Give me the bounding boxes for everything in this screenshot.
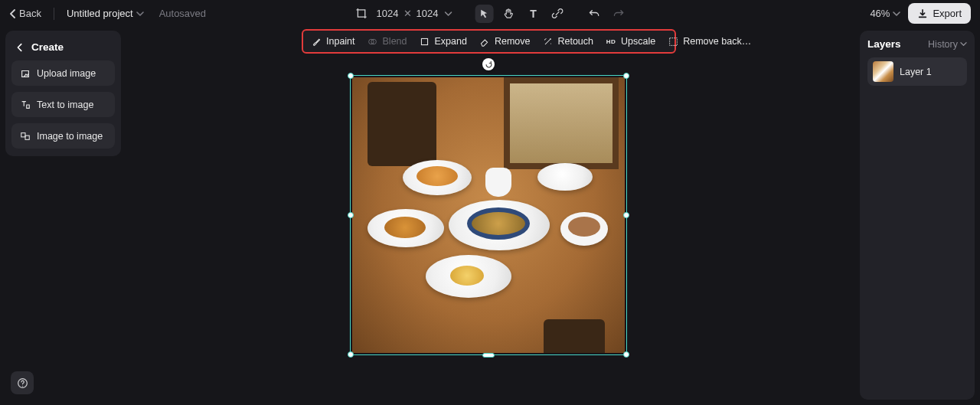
chevron-down-icon bbox=[444, 11, 452, 17]
blend-label: Blend bbox=[383, 36, 407, 47]
chevron-down-icon bbox=[893, 11, 900, 17]
divider bbox=[54, 8, 54, 20]
chevron-down-icon bbox=[960, 41, 967, 47]
layer-name: Layer 1 bbox=[900, 67, 932, 77]
crop-icon bbox=[355, 8, 367, 19]
fit-screen-button[interactable] bbox=[352, 5, 371, 23]
back-button[interactable]: Back bbox=[9, 8, 41, 19]
upload-label: Upload image bbox=[37, 68, 96, 79]
inpaint-label: Inpaint bbox=[326, 36, 355, 47]
svg-rect-4 bbox=[21, 132, 24, 136]
image-to-image-icon bbox=[19, 130, 31, 142]
blend-icon bbox=[368, 36, 378, 47]
times-icon: ✕ bbox=[403, 8, 412, 19]
resize-handle-tr[interactable] bbox=[623, 73, 629, 79]
resize-handle-bl[interactable] bbox=[348, 351, 354, 358]
layer-row[interactable]: Layer 1 bbox=[867, 57, 967, 86]
history-dropdown[interactable]: History bbox=[928, 39, 967, 50]
wand-icon bbox=[542, 36, 553, 47]
layer-thumbnail bbox=[873, 61, 893, 82]
link-icon bbox=[552, 8, 564, 19]
export-button[interactable]: Export bbox=[908, 3, 971, 24]
expand-icon bbox=[420, 36, 430, 47]
canvas-image[interactable] bbox=[352, 77, 625, 353]
project-title-dropdown[interactable]: Untitled project bbox=[67, 8, 144, 19]
select-tool-button[interactable] bbox=[475, 5, 493, 23]
text-to-image-label: Text to image bbox=[37, 100, 93, 110]
right-panel: Layers History Layer 1 bbox=[860, 31, 975, 400]
canvas-width: 1024 bbox=[377, 8, 399, 19]
zoom-dropdown[interactable]: 46% bbox=[870, 8, 900, 19]
canvas-height: 1024 bbox=[416, 8, 439, 19]
brush-icon bbox=[311, 36, 322, 47]
help-icon bbox=[17, 377, 28, 389]
autosave-status: Autosaved bbox=[159, 8, 206, 19]
hand-icon bbox=[503, 8, 514, 19]
image-to-image-button[interactable]: Image to image bbox=[11, 123, 115, 149]
pan-tool-button[interactable] bbox=[499, 5, 518, 23]
remove-label: Remove bbox=[495, 36, 531, 47]
remove-bg-label: Remove back… bbox=[683, 36, 751, 47]
create-title: Create bbox=[31, 41, 64, 53]
undo-button[interactable] bbox=[585, 5, 603, 23]
resize-handle-mr[interactable] bbox=[623, 212, 629, 218]
chevron-down-icon bbox=[136, 11, 144, 17]
retouch-button[interactable]: Retouch bbox=[542, 36, 593, 47]
zoom-label: 46% bbox=[870, 8, 890, 19]
text-to-image-icon bbox=[19, 99, 31, 110]
svg-rect-2 bbox=[421, 38, 427, 44]
selection-rectangle bbox=[350, 75, 627, 355]
redo-icon bbox=[613, 8, 625, 19]
layers-title: Layers bbox=[867, 38, 901, 50]
text-tool-button[interactable]: T bbox=[524, 5, 542, 23]
resize-handle-bm[interactable] bbox=[482, 353, 495, 358]
create-heading: Create bbox=[15, 41, 112, 53]
rotate-icon bbox=[485, 60, 493, 69]
resize-handle-ml[interactable] bbox=[348, 212, 354, 218]
link-tool-button[interactable] bbox=[548, 5, 567, 23]
arrow-back-icon bbox=[15, 42, 25, 53]
retouch-label: Retouch bbox=[557, 36, 593, 47]
chevron-left-icon bbox=[9, 9, 16, 18]
image-to-image-label: Image to image bbox=[37, 131, 103, 142]
eraser-icon bbox=[479, 36, 490, 47]
remove-background-button[interactable]: Remove back… bbox=[668, 36, 751, 47]
upload-image-button[interactable]: Upload image bbox=[11, 60, 115, 86]
hd-icon: HD bbox=[606, 36, 616, 47]
blend-button: Blend bbox=[368, 36, 407, 47]
background-remove-icon bbox=[668, 36, 678, 47]
inpaint-button[interactable]: Inpaint bbox=[311, 36, 355, 47]
canvas-selection[interactable] bbox=[350, 75, 627, 355]
remove-button[interactable]: Remove bbox=[479, 36, 531, 47]
left-panel: Create Upload image Text to image Image … bbox=[5, 31, 121, 156]
svg-rect-5 bbox=[25, 136, 29, 139]
resize-handle-tl[interactable] bbox=[348, 73, 354, 79]
upscale-button[interactable]: HD Upscale bbox=[606, 36, 655, 47]
back-label: Back bbox=[19, 8, 41, 19]
export-label: Export bbox=[933, 8, 962, 19]
ai-action-toolbar: Inpaint Blend Expand Remove Retouch HD U… bbox=[302, 29, 676, 54]
resize-handle-br[interactable] bbox=[623, 351, 629, 358]
download-icon bbox=[917, 8, 928, 19]
redo-button[interactable] bbox=[609, 5, 628, 23]
text-to-image-button[interactable]: Text to image bbox=[11, 92, 115, 117]
expand-label: Expand bbox=[435, 36, 467, 47]
canvas-dimensions[interactable]: 1024 ✕ 1024 bbox=[377, 8, 452, 19]
undo-icon bbox=[589, 8, 600, 19]
text-icon: T bbox=[530, 8, 537, 20]
upload-icon bbox=[19, 67, 31, 79]
rotate-handle[interactable] bbox=[482, 58, 495, 70]
help-button[interactable] bbox=[11, 371, 34, 394]
upscale-label: Upscale bbox=[621, 36, 655, 47]
svg-rect-3 bbox=[669, 38, 677, 45]
cursor-icon bbox=[479, 8, 489, 19]
history-label: History bbox=[928, 39, 958, 50]
project-title: Untitled project bbox=[67, 8, 133, 19]
expand-button[interactable]: Expand bbox=[420, 36, 467, 47]
